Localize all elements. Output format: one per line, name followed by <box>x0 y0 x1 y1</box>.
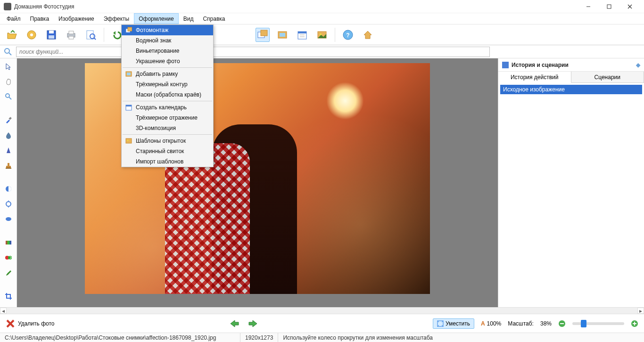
tab-history[interactable]: История действий <box>498 72 571 83</box>
menu-item-masks[interactable]: Маски (обработка краёв) <box>122 90 213 100</box>
svg-rect-42 <box>6 168 11 169</box>
svg-rect-10 <box>69 31 74 34</box>
hand-tool[interactable] <box>3 76 14 87</box>
svg-rect-20 <box>298 32 306 33</box>
menu-help[interactable]: Справка <box>198 13 230 24</box>
print-button[interactable] <box>64 28 78 42</box>
app-icon <box>4 3 11 10</box>
collapse-icon[interactable]: ◆ <box>636 62 640 68</box>
zoom-out-button[interactable] <box>558 320 566 327</box>
scroll-left-icon[interactable]: ◂ <box>0 308 7 314</box>
menu-item-photomontage[interactable]: Фотомонтаж <box>122 25 213 35</box>
svg-point-47 <box>6 217 11 221</box>
menu-image[interactable]: Изображение <box>54 13 99 24</box>
menu-item-label: Шаблоны открыток <box>136 138 186 144</box>
menu-item-decorate[interactable]: Украшение фото <box>122 56 213 66</box>
menu-design[interactable]: Оформление <box>134 13 178 24</box>
tab-scripts[interactable]: Сценарии <box>571 72 644 82</box>
sharpen-tool[interactable] <box>3 145 14 155</box>
svg-point-37 <box>6 94 9 98</box>
menu-item-3d-reflection[interactable]: Трёхмерное отражение <box>122 113 213 123</box>
menu-item-vignette[interactable]: Виньетирование <box>122 46 213 56</box>
maximize-button[interactable] <box>599 0 619 13</box>
menu-item-calendar[interactable]: Создать календарь <box>122 102 213 113</box>
app-title: Домашняя Фотостудия <box>14 3 578 10</box>
actual-size-button[interactable]: A 100% <box>481 320 501 327</box>
svg-line-28 <box>9 53 11 55</box>
fit-button[interactable]: Уместить <box>433 318 474 329</box>
calendar-icon <box>124 103 133 112</box>
menu-item-label: Трёхмерный контур <box>136 81 188 88</box>
minimize-button[interactable] <box>578 0 599 13</box>
svg-rect-11 <box>69 36 74 39</box>
montage-button[interactable] <box>256 28 270 42</box>
menu-item-watermark[interactable]: Водяной знак <box>122 35 213 46</box>
menu-item-label: Виньетирование <box>136 48 179 54</box>
menu-item-label: Трёхмерное отражение <box>136 114 198 121</box>
blur-tool[interactable] <box>3 130 14 140</box>
canvas-area[interactable] <box>17 58 498 307</box>
burn-tool[interactable] <box>3 199 14 209</box>
next-button[interactable] <box>247 319 258 328</box>
menu-item-3d-composition[interactable]: 3D-композиция <box>122 123 213 133</box>
sponge-tool[interactable] <box>3 214 14 224</box>
svg-rect-41 <box>6 166 11 168</box>
save-button[interactable] <box>44 28 58 42</box>
fit-icon <box>437 320 444 327</box>
search-input[interactable] <box>16 47 490 57</box>
close-button[interactable] <box>619 0 640 13</box>
svg-rect-7 <box>49 31 54 33</box>
status-path: C:\Users\Владелец\Desktop\Работа\Стоковы… <box>0 333 240 342</box>
menu-effects[interactable]: Эффекты <box>99 13 134 24</box>
stamp-tool[interactable] <box>3 160 14 171</box>
effects-button[interactable] <box>25 28 39 42</box>
titlebar: Домашняя Фотостудия <box>0 0 644 13</box>
menu-item-postcard-templates[interactable]: Шаблоны открыток <box>122 136 213 146</box>
pointer-tool[interactable] <box>3 61 14 72</box>
delete-photo-button[interactable]: Удалить фото <box>6 319 54 328</box>
delete-icon <box>6 319 15 328</box>
zoom-slider[interactable] <box>572 322 624 325</box>
horizontal-scrollbar[interactable]: ◂ ▸ <box>0 307 644 314</box>
dropdown-separator <box>123 67 212 68</box>
zoom-in-button[interactable] <box>631 320 638 327</box>
svg-rect-39 <box>8 117 11 120</box>
menu-edit[interactable]: Правка <box>25 13 54 24</box>
prev-button[interactable] <box>229 319 240 328</box>
svg-rect-58 <box>634 322 635 326</box>
calendar-button[interactable] <box>295 28 309 42</box>
zoom-tool[interactable] <box>3 91 14 102</box>
svg-rect-18 <box>280 33 285 37</box>
redeye-tool[interactable] <box>3 252 14 263</box>
text-icon: A <box>481 320 485 327</box>
crop-tool[interactable] <box>3 291 14 301</box>
eyedropper-tool[interactable] <box>3 115 14 125</box>
svg-line-14 <box>94 38 96 40</box>
gradient-tool[interactable] <box>3 237 14 248</box>
menu-item-label: Старинный свиток <box>136 148 184 155</box>
help-button[interactable]: ? <box>341 28 355 42</box>
menu-item-add-frame[interactable]: Добавить рамку <box>122 69 213 79</box>
postcard-button[interactable] <box>315 28 329 42</box>
right-panel-header: История и сценарии ◆ <box>498 58 644 72</box>
frame-button[interactable] <box>275 28 289 42</box>
brush-tool[interactable] <box>3 268 14 278</box>
menu-item-3d-contour[interactable]: Трёхмерный контур <box>122 79 213 90</box>
home-button[interactable] <box>361 28 375 42</box>
status-hint: Используйте колесо прокрутки для изменен… <box>278 333 644 342</box>
menu-item-vintage-scroll[interactable]: Старинный свиток <box>122 146 213 156</box>
toolbar-separator <box>104 28 104 42</box>
open-button[interactable] <box>5 28 19 42</box>
svg-rect-34 <box>126 105 132 106</box>
preview-button[interactable] <box>84 28 98 42</box>
dropdown-separator <box>123 101 212 101</box>
history-item[interactable]: Исходное изображение <box>500 85 642 94</box>
dodge-tool[interactable] <box>3 184 14 194</box>
right-panel: История и сценарии ◆ История действий Сц… <box>498 58 644 307</box>
menu-file[interactable]: Файл <box>2 13 25 24</box>
scroll-right-icon[interactable]: ▸ <box>637 308 644 314</box>
slider-thumb[interactable] <box>581 320 586 327</box>
svg-rect-30 <box>128 27 132 31</box>
menu-view[interactable]: Вид <box>179 13 198 24</box>
menu-item-import-templates[interactable]: Импорт шаблонов <box>122 156 213 167</box>
